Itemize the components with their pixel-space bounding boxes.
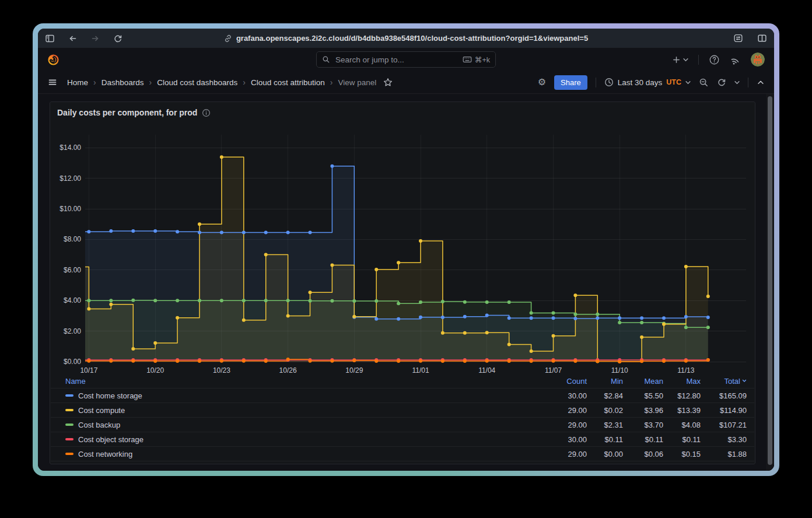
keyboard-icon (463, 55, 472, 64)
col-count[interactable]: Count (534, 377, 587, 386)
series-mean: $0.06 (623, 450, 663, 459)
col-mean[interactable]: Mean (623, 377, 663, 386)
sort-desc-icon (742, 379, 747, 383)
zoom-out-icon[interactable] (699, 78, 709, 88)
timezone-label: UTC (666, 78, 681, 86)
legend-row: Cost networking 29.00 $0.00 $0.06 $0.15 … (51, 447, 754, 461)
link-icon (224, 34, 232, 43)
series-color-dash (65, 453, 74, 455)
series-total: $114.90 (701, 406, 747, 415)
svg-text:10/23: 10/23 (213, 366, 230, 374)
grafana-logo[interactable] (47, 54, 60, 66)
series-mean: $5.50 (623, 391, 663, 400)
url-text: grafana.openscapes.2i2c.cloud/d/b4dbba93… (236, 34, 588, 43)
search-input[interactable]: ⌘+k (316, 51, 496, 68)
series-color-dash (65, 394, 74, 397)
svg-text:10/17: 10/17 (80, 366, 97, 374)
cost-panel: Daily costs per component, for prod $0.0… (50, 102, 755, 464)
series-mean: $0.11 (623, 435, 663, 444)
col-total[interactable]: Total (701, 377, 747, 386)
search-shortcut: ⌘+k (475, 55, 490, 64)
search-field[interactable] (334, 55, 459, 65)
browser-toolbar: grafana.openscapes.2i2c.cloud/d/b4dbba93… (38, 29, 774, 48)
breadcrumb-dashboard[interactable]: Cloud cost attribution (251, 78, 325, 87)
series-min: $0.00 (587, 450, 623, 459)
forward-icon[interactable] (90, 34, 100, 43)
series-min: $2.84 (587, 391, 623, 400)
series-color-dash (65, 424, 74, 426)
split-view-icon[interactable] (757, 33, 767, 43)
user-avatar[interactable] (751, 52, 765, 66)
col-name[interactable]: Name (65, 377, 534, 386)
series-name: Cost home storage (78, 391, 142, 400)
svg-text:$8.00: $8.00 (64, 235, 81, 243)
series-min: $0.02 (587, 406, 623, 415)
series-toggle[interactable]: Cost compute (65, 406, 534, 415)
back-icon[interactable] (68, 34, 78, 43)
dashboard-settings-icon[interactable]: ⚙ (538, 78, 546, 87)
scrollbar-thumb[interactable] (768, 96, 772, 465)
star-icon[interactable] (383, 78, 393, 87)
series-min: $2.31 (587, 421, 623, 429)
new-menu-button[interactable] (672, 55, 688, 64)
series-mean: $3.70 (623, 421, 663, 429)
legend-rows: Cost home storage 30.00 $2.84 $5.50 $12.… (51, 388, 754, 461)
svg-text:$4.00: $4.00 (64, 296, 81, 304)
series-total: $1.88 (701, 450, 747, 459)
series-toggle[interactable]: Cost backup (65, 421, 534, 429)
series-total: $165.09 (701, 391, 747, 400)
time-range-picker[interactable]: Last 30 days UTC (604, 78, 691, 87)
legend-row: Cost home storage 30.00 $2.84 $5.50 $12.… (51, 388, 754, 403)
news-icon[interactable] (730, 54, 741, 65)
series-count: 30.00 (534, 391, 587, 400)
series-min: $0.11 (587, 435, 623, 444)
series-total: $3.30 (701, 435, 747, 444)
desktop: grafana.openscapes.2i2c.cloud/d/b4dbba93… (0, 0, 812, 518)
breadcrumb-home[interactable]: Home (67, 78, 88, 87)
cost-chart: $0.00$2.00$4.00$6.00$8.00$10.00$12.00$14… (50, 123, 755, 374)
svg-text:$6.00: $6.00 (64, 266, 81, 274)
sidebar-toggle-icon[interactable] (45, 34, 55, 43)
info-icon[interactable] (202, 108, 211, 117)
dashboard-content: Daily costs per component, for prod $0.0… (38, 94, 774, 471)
svg-text:10/26: 10/26 (279, 366, 297, 374)
breadcrumb-folder[interactable]: Cloud cost dashboards (157, 78, 237, 87)
col-min[interactable]: Min (587, 377, 623, 386)
breadcrumb-view-panel: View panel (338, 78, 376, 87)
panel-header[interactable]: Daily costs per component, for prod (50, 102, 755, 123)
series-toggle[interactable]: Cost networking (65, 450, 534, 459)
help-icon[interactable] (709, 54, 720, 65)
collapse-toolbar-icon[interactable] (757, 79, 765, 86)
series-max: $12.80 (663, 391, 701, 400)
tune-icon[interactable] (733, 33, 743, 43)
svg-text:$10.00: $10.00 (60, 205, 81, 213)
grafana-header: ⌘+k (38, 48, 774, 71)
series-total: $107.21 (701, 421, 747, 429)
share-button[interactable]: Share (554, 75, 587, 90)
browser-window: grafana.openscapes.2i2c.cloud/d/b4dbba93… (33, 23, 779, 476)
legend-row: Cost compute 29.00 $0.02 $3.96 $13.39 $1… (51, 403, 754, 418)
series-name: Cost object storage (78, 435, 144, 444)
svg-text:$14.00: $14.00 (60, 144, 81, 152)
series-color-dash (65, 409, 74, 411)
svg-text:$2.00: $2.00 (64, 327, 81, 335)
series-color-dash (65, 438, 74, 440)
series-name: Cost backup (78, 421, 120, 429)
series-name: Cost compute (78, 406, 125, 415)
svg-text:11/01: 11/01 (412, 366, 429, 374)
address-bar[interactable]: grafana.openscapes.2i2c.cloud/d/b4dbba93… (224, 34, 588, 43)
refresh-interval-dropdown[interactable] (734, 80, 740, 85)
svg-text:$12.00: $12.00 (60, 174, 81, 183)
col-max[interactable]: Max (663, 377, 701, 386)
reload-icon[interactable] (113, 34, 123, 43)
refresh-icon[interactable] (717, 78, 726, 87)
series-toggle[interactable]: Cost object storage (65, 435, 534, 444)
series-toggle[interactable]: Cost home storage (65, 391, 534, 400)
dashboard-toolbar: Home › Dashboards › Cloud cost dashboard… (38, 71, 774, 94)
mega-menu-icon[interactable] (47, 78, 58, 87)
scrollbar-track[interactable] (766, 94, 774, 471)
svg-text:11/04: 11/04 (478, 366, 495, 374)
breadcrumb-dashboards[interactable]: Dashboards (102, 78, 144, 87)
time-range-label: Last 30 days (618, 78, 663, 87)
series-count: 29.00 (534, 421, 587, 429)
